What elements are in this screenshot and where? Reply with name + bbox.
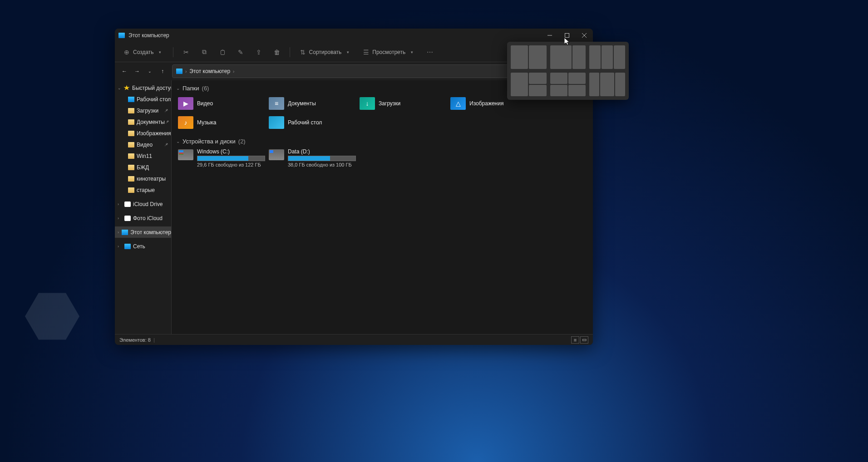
cut-icon: ✂ [182, 49, 190, 56]
cut-button[interactable]: ✂ [179, 46, 193, 58]
breadcrumb-root[interactable]: Этот компьютер [189, 68, 230, 74]
sidebar-item-starye[interactable]: старые [115, 184, 171, 196]
snap-zone[interactable] [600, 73, 614, 96]
pin-icon: 📌︎ [164, 108, 168, 113]
rename-button[interactable]: ✎ [233, 46, 248, 58]
folder-item-downloads[interactable]: ↓ Загрузки [360, 95, 450, 112]
snap-zone[interactable] [589, 45, 601, 69]
more-button[interactable]: ⋯ [423, 46, 437, 58]
sidebar-item-network[interactable]: › Сеть [115, 241, 171, 252]
music-folder-icon: ♪ [178, 116, 193, 129]
back-button[interactable]: ← [118, 65, 130, 77]
icloud-icon [124, 202, 131, 207]
view-details-button[interactable]: ≡ [571, 336, 579, 344]
drive-d-usage-bar [288, 156, 356, 161]
sidebar: ⌄ Быстрый доступ Рабочий стол 📌︎ Загрузк… [115, 80, 172, 334]
create-button[interactable]: ⊕ Создать ▾ [119, 46, 168, 58]
snap-zone[interactable] [529, 45, 546, 69]
snap-zone[interactable] [602, 45, 613, 69]
snap-layouts-popup [507, 42, 629, 100]
sidebar-item-desktop[interactable]: Рабочий стол 📌︎ [115, 93, 171, 105]
snap-zone[interactable] [550, 45, 572, 69]
sidebar-item-this-pc[interactable]: › Этот компьютер [115, 226, 171, 238]
sidebar-item-pictures[interactable]: Изображения 📌︎ [115, 128, 171, 139]
desktop-folder-icon [269, 116, 284, 129]
folder-item-music[interactable]: ♪ Музыка [178, 114, 269, 131]
content-area: ⌄ Папки (6) ▶ Видео ≡ Документы ↓ Загруз… [172, 80, 593, 334]
snap-zone[interactable] [529, 73, 546, 84]
plus-circle-icon: ⊕ [123, 49, 130, 56]
paste-button[interactable]: 📋︎ [215, 46, 230, 58]
delete-icon: 🗑︎ [273, 49, 281, 56]
folder-item-video[interactable]: ▶ Видео [178, 95, 269, 112]
copy-icon: ⧉ [201, 49, 208, 56]
view-icons-button[interactable]: ▭ [580, 336, 588, 344]
recent-button[interactable]: ⌄ [144, 65, 156, 77]
sort-label: Сортировать [309, 49, 342, 55]
drive-item-d[interactable]: Data (D:) 38,0 ГБ свободно из 100 ГБ [269, 148, 360, 167]
view-button[interactable]: ☰ Просмотреть ▾ [359, 46, 419, 58]
desktop-icon [128, 97, 134, 102]
chevron-right-icon: › [118, 244, 122, 249]
delete-button[interactable]: 🗑︎ [270, 46, 284, 58]
snap-zone[interactable] [511, 73, 528, 96]
snap-zone[interactable] [550, 85, 567, 96]
view-icon: ☰ [362, 49, 370, 56]
statusbar-item-count: Элементов: 8 [119, 337, 151, 343]
snap-zone[interactable] [568, 85, 586, 96]
snap-layout-6[interactable] [589, 73, 625, 96]
svg-rect-2 [565, 34, 569, 38]
drive-c-icon [178, 149, 193, 160]
pin-icon: 📌︎ [164, 142, 168, 147]
this-pc-icon [122, 230, 128, 235]
sidebar-item-bzhd[interactable]: БЖД [115, 162, 171, 173]
snap-zone[interactable] [572, 45, 586, 69]
chevron-down-icon: ⌄ [176, 139, 180, 144]
folder-icon [128, 187, 134, 193]
snap-zone[interactable] [511, 45, 528, 69]
folder-icon [128, 176, 134, 182]
share-button[interactable]: ⇪ [252, 46, 266, 58]
folder-item-desktop[interactable]: Рабочий стол [269, 114, 360, 131]
maximize-button[interactable] [558, 29, 576, 42]
sort-button[interactable]: ⇅ Сортировать ▾ [296, 46, 355, 58]
sidebar-item-icloud-drive[interactable]: › iCloud Drive [115, 198, 171, 210]
snap-layout-3[interactable] [589, 45, 625, 69]
star-icon [123, 85, 130, 91]
chevron-down-icon: ▾ [157, 49, 164, 56]
statusbar: Элементов: 8 | ≡ ▭ [115, 334, 593, 345]
sidebar-item-kinoteatry[interactable]: кинотеатры [115, 173, 171, 184]
chevron-down-icon: ▾ [408, 49, 415, 56]
snap-zone[interactable] [589, 73, 599, 96]
folder-item-documents[interactable]: ≡ Документы [269, 95, 360, 112]
sidebar-item-photo-icloud[interactable]: › Фото iCloud [115, 212, 171, 224]
sidebar-item-documents[interactable]: Документы 📌︎ [115, 116, 171, 128]
pin-icon: 📌︎ [165, 119, 169, 124]
sidebar-item-video[interactable]: Видео 📌︎ [115, 139, 171, 150]
snap-layout-5[interactable] [550, 73, 586, 96]
drive-item-c[interactable]: Windows (C:) 29,6 ГБ свободно из 122 ГБ [178, 148, 269, 167]
close-button[interactable] [576, 29, 593, 42]
snap-layout-4[interactable] [511, 73, 547, 96]
sidebar-item-quick-access[interactable]: ⌄ Быстрый доступ [115, 82, 171, 93]
sidebar-item-downloads[interactable]: Загрузки 📌︎ [115, 105, 171, 116]
up-button[interactable]: ↑ [157, 65, 168, 77]
snap-layout-2[interactable] [550, 45, 586, 69]
drive-c-usage-bar [197, 156, 265, 161]
snap-zone[interactable] [615, 73, 625, 96]
snap-zone[interactable] [550, 73, 567, 84]
snap-zone[interactable] [529, 85, 546, 96]
forward-button[interactable]: → [131, 65, 143, 77]
folder-icon [128, 153, 134, 159]
snap-layout-1[interactable] [511, 45, 547, 69]
minimize-button[interactable] [541, 29, 558, 42]
create-label: Создать [133, 49, 154, 55]
group-header-devices[interactable]: ⌄ Устройства и диски (2) [176, 138, 587, 145]
sidebar-item-win11[interactable]: Win11 [115, 150, 171, 162]
snap-zone[interactable] [568, 73, 586, 84]
snap-zone[interactable] [614, 45, 625, 69]
copy-button[interactable]: ⧉ [197, 46, 212, 58]
chevron-down-icon: ⌄ [118, 86, 121, 90]
downloads-icon [128, 108, 134, 113]
video-icon [128, 142, 134, 147]
